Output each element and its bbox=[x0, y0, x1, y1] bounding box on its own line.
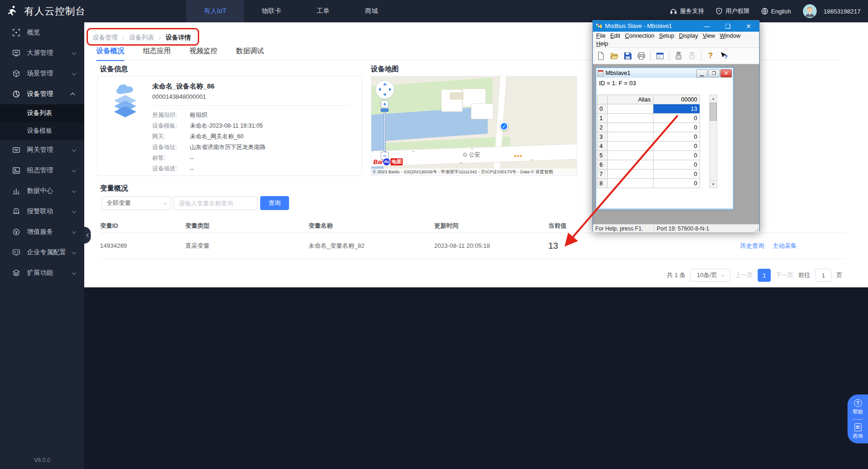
register-row[interactable]: 013 bbox=[598, 104, 700, 114]
user-avatar[interactable] bbox=[803, 4, 817, 18]
map-road-arrow: ← bbox=[411, 147, 417, 154]
map-zoom-in-button[interactable]: + bbox=[381, 100, 389, 108]
register-row[interactable]: 70 bbox=[598, 170, 700, 179]
new-file-button[interactable] bbox=[595, 50, 606, 62]
doc-minimize-button[interactable]: ▁ bbox=[696, 69, 707, 77]
register-row[interactable]: 10 bbox=[598, 114, 700, 123]
mbslave1-doc-window[interactable]: Mbslave1 ▁ ❐ ✕ ID = 1: F = 03 Alias 0000… bbox=[595, 67, 734, 210]
register-row[interactable]: 50 bbox=[598, 151, 700, 160]
map-zoom-slider-thumb[interactable] bbox=[381, 109, 389, 112]
map-zoom-slider-track[interactable] bbox=[384, 112, 386, 152]
overview-icon bbox=[13, 29, 20, 36]
breadcrumb-device-mgmt[interactable]: 设备管理 bbox=[93, 34, 118, 42]
sidebar-item-device-list[interactable]: 设备列表 bbox=[0, 104, 84, 122]
sidebar-item-overview[interactable]: 概览 bbox=[0, 22, 84, 43]
minimize-button[interactable]: — bbox=[696, 20, 717, 32]
breadcrumb-device-list[interactable]: 设备列表 bbox=[129, 34, 154, 42]
connection-setup-button[interactable] bbox=[673, 50, 684, 62]
menu-file[interactable]: File bbox=[594, 33, 608, 39]
tab-device-overview[interactable]: 设备概况 bbox=[96, 47, 124, 61]
sidebar-item-gateway-mgmt[interactable]: 网关管理 bbox=[0, 140, 84, 160]
register-row[interactable]: 30 bbox=[598, 132, 700, 142]
menu-window[interactable]: Window bbox=[718, 33, 743, 39]
close-button[interactable]: ✕ bbox=[738, 20, 759, 32]
context-help-button[interactable]: ? bbox=[718, 50, 730, 62]
map-pan-control[interactable] bbox=[375, 80, 395, 99]
scrollbar-thumb[interactable] bbox=[710, 103, 717, 121]
topnav-sim-card[interactable]: 物联卡 bbox=[244, 0, 299, 22]
sidebar-item-alarm-linkage[interactable]: 报警联动 bbox=[0, 201, 84, 222]
device-map[interactable]: ← ← → → ⊙ 公安 ●●● ✓ + − Baidu地图 © 2023 Ba… bbox=[371, 76, 577, 176]
save-button[interactable] bbox=[622, 50, 633, 62]
resize-grip[interactable] bbox=[754, 228, 758, 231]
current-page-button[interactable]: 1 bbox=[758, 269, 771, 282]
register-row[interactable]: 20 bbox=[598, 123, 700, 132]
menu-edit[interactable]: Edit bbox=[608, 33, 623, 39]
goto-suffix: 页 bbox=[836, 271, 842, 279]
sidebar-item-device-template[interactable]: 设备模板 bbox=[0, 122, 84, 140]
register-row[interactable]: 80 bbox=[598, 179, 700, 188]
permission-menu[interactable]: 用户权限 bbox=[715, 7, 750, 15]
display-definition-button[interactable] bbox=[654, 50, 666, 62]
menu-help[interactable]: Help bbox=[594, 41, 611, 47]
doc-titlebar[interactable]: Mbslave1 ▁ ❐ ✕ bbox=[597, 68, 733, 78]
disconnect-button[interactable] bbox=[686, 50, 698, 62]
sidebar-item-extensions[interactable]: 扩展功能 bbox=[0, 263, 84, 283]
sidebar-item-device-mgmt[interactable]: 设备管理 bbox=[0, 84, 84, 104]
support-menu[interactable]: 服务支持 bbox=[670, 7, 704, 15]
register-table[interactable]: Alias 00000 013 10 20 30 40 50 60 70 80 bbox=[597, 95, 700, 188]
modbus-slave-window[interactable]: Modbus Slave - Mbslave1 — ❑ ✕ File Edit … bbox=[592, 20, 760, 231]
scroll-up-arrow[interactable]: ▲ bbox=[710, 95, 717, 102]
variable-search-button[interactable]: 查询 bbox=[260, 196, 289, 210]
topnav-work-order[interactable]: 工单 bbox=[299, 0, 347, 22]
floating-help-menu: ? 帮助 咨询 bbox=[848, 394, 868, 443]
tab-data-debug[interactable]: 数据调试 bbox=[236, 47, 264, 61]
help-float-button[interactable]: ? 帮助 bbox=[853, 399, 863, 415]
help-button[interactable]: ? bbox=[705, 50, 716, 62]
tab-video-monitor[interactable]: 视频监控 bbox=[189, 47, 217, 61]
user-phone[interactable]: 18653198217 bbox=[823, 8, 861, 15]
register-row[interactable]: 40 bbox=[598, 142, 700, 151]
menu-view[interactable]: View bbox=[700, 33, 718, 39]
device-location-marker[interactable]: ✓ bbox=[500, 122, 508, 130]
variable-search-input[interactable] bbox=[174, 196, 257, 210]
page-size-select[interactable]: 10条/页 bbox=[690, 269, 730, 282]
col-variable-type: 变量类型 bbox=[185, 222, 309, 230]
menu-connection[interactable]: Connection bbox=[623, 33, 657, 39]
sidebar-item-screen-mgmt[interactable]: 大屏管理 bbox=[0, 43, 84, 63]
topnav-mall[interactable]: 商城 bbox=[347, 0, 396, 22]
topbar-right: 服务支持 用户权限 English 18653198217 bbox=[663, 4, 868, 18]
prev-page-button[interactable]: 上一页 bbox=[735, 271, 753, 279]
maximize-button[interactable]: ❑ bbox=[717, 20, 738, 32]
tab-config-app[interactable]: 组态应用 bbox=[143, 47, 171, 61]
breadcrumb-device-detail: 设备详情 bbox=[166, 34, 191, 42]
register-row[interactable]: 60 bbox=[598, 160, 700, 170]
scroll-down-arrow[interactable]: ▼ bbox=[710, 180, 717, 188]
history-query-link[interactable]: 历史查询 bbox=[740, 242, 764, 250]
print-button[interactable] bbox=[635, 50, 647, 62]
active-collect-link[interactable]: 主动采集 bbox=[773, 242, 797, 250]
alias-column-header[interactable]: Alias bbox=[608, 95, 653, 104]
sidebar-item-enterprise-config[interactable]: 企业专属配置 bbox=[0, 242, 84, 263]
consult-float-button[interactable]: 咨询 bbox=[853, 423, 863, 440]
doc-close-button[interactable]: ✕ bbox=[720, 69, 732, 77]
value-column-header[interactable]: 00000 bbox=[653, 95, 700, 104]
register-scrollbar[interactable]: ▲ ▼ bbox=[709, 95, 717, 188]
modbus-titlebar[interactable]: Modbus Slave - Mbslave1 — ❑ ✕ bbox=[593, 20, 759, 32]
sidebar-item-config-mgmt[interactable]: 组态管理 bbox=[0, 160, 84, 181]
goto-page-input[interactable] bbox=[815, 269, 832, 282]
cell-current-value: 13 bbox=[548, 241, 740, 251]
menu-setup[interactable]: Setup bbox=[657, 33, 677, 39]
topnav-usr-iot[interactable]: 有人IoT bbox=[186, 0, 244, 22]
next-page-button[interactable]: 下一页 bbox=[775, 271, 794, 279]
menu-display[interactable]: Display bbox=[677, 33, 700, 39]
doc-restore-button[interactable]: ❐ bbox=[708, 69, 720, 77]
sidebar-item-scene-mgmt[interactable]: 场景管理 bbox=[0, 63, 84, 84]
open-file-button[interactable] bbox=[608, 50, 620, 62]
sidebar-item-data-center[interactable]: 数据中心 bbox=[0, 181, 84, 201]
question-icon: ? bbox=[854, 399, 862, 407]
map-building bbox=[471, 103, 493, 119]
sidebar-item-value-added[interactable]: 增值服务 bbox=[0, 222, 84, 242]
language-menu[interactable]: English bbox=[761, 7, 791, 15]
variable-type-select[interactable]: 全部变量 bbox=[101, 196, 171, 210]
